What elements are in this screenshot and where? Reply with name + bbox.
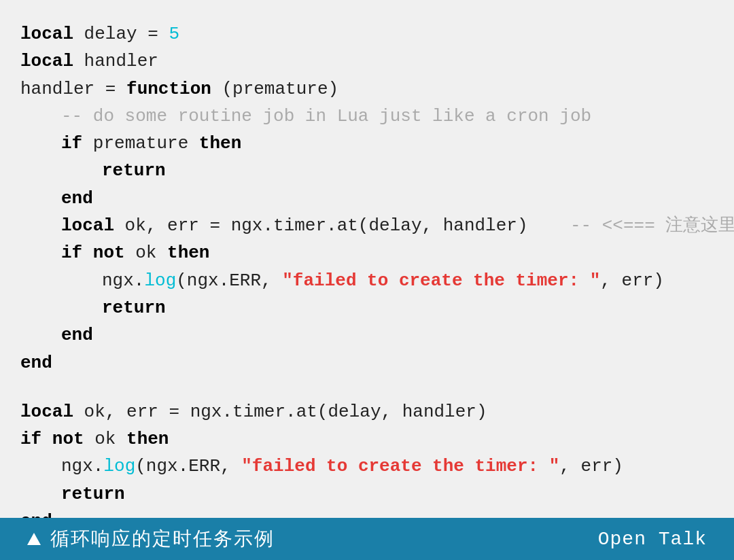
footer-bar: 循环响应的定时任务示例 Open Talk xyxy=(0,518,734,560)
code-line: handler = function (premature) xyxy=(20,75,714,103)
code-token: local xyxy=(61,215,114,236)
code-token: not xyxy=(52,429,84,449)
code-token: -- do some routine job in Lua just like … xyxy=(61,106,591,126)
code-token: ngx. xyxy=(61,456,103,476)
code-token: then xyxy=(167,243,209,263)
footer-brand: Open Talk xyxy=(598,529,707,550)
code-token: return xyxy=(102,298,166,318)
code-token: local xyxy=(20,24,73,44)
code-token: if xyxy=(20,429,41,449)
code-line: if premature then xyxy=(20,130,714,157)
code-token: -- <<=== 注意这里 xyxy=(570,215,734,236)
code-token: local xyxy=(20,402,73,422)
code-token: ok xyxy=(125,243,167,263)
code-token: end xyxy=(20,353,52,373)
code-token: end xyxy=(61,325,93,345)
code-area: local delay = 5local handlerhandler = fu… xyxy=(0,0,734,518)
code-line: local ok, err = ngx.timer.at(delay, hand… xyxy=(20,212,714,239)
footer-title-area: 循环响应的定时任务示例 xyxy=(27,526,275,552)
code-token: ok, err = ngx.timer.at(delay, handler) xyxy=(73,402,487,422)
code-token: 5 xyxy=(169,24,179,44)
code-token: not xyxy=(93,243,125,263)
footer-title: 循环响应的定时任务示例 xyxy=(50,526,275,552)
code-token: , err) xyxy=(559,456,623,476)
code-token: , err) xyxy=(600,270,664,291)
code-line: end xyxy=(20,185,714,212)
code-line: end xyxy=(20,321,714,349)
code-token: local xyxy=(20,51,73,71)
code-line: local delay = 5 xyxy=(20,20,714,48)
code-line: return xyxy=(20,157,714,184)
code-token: then xyxy=(199,133,241,154)
code-token xyxy=(41,429,52,449)
code-block: local delay = 5local handlerhandler = fu… xyxy=(20,20,714,518)
code-token: ok, err = ngx.timer.at(delay, handler) xyxy=(114,215,570,236)
code-token: function xyxy=(126,79,211,99)
code-token: (ngx.ERR, xyxy=(135,456,241,476)
code-line: ngx.log(ngx.ERR, "failed to create the t… xyxy=(20,267,714,294)
code-line: local handler xyxy=(20,48,714,75)
code-token: ok xyxy=(84,429,126,449)
code-token: return xyxy=(61,484,125,504)
code-line: if not ok then xyxy=(20,425,714,453)
code-token: "failed to create the timer: " xyxy=(241,456,559,476)
code-token: if xyxy=(61,133,82,154)
code-line: end xyxy=(20,508,714,518)
code-token: end xyxy=(20,511,52,518)
code-line: ngx.log(ngx.ERR, "failed to create the t… xyxy=(20,453,714,480)
code-token: (ngx.ERR, xyxy=(176,270,282,291)
code-line: end xyxy=(20,349,714,377)
code-spacer xyxy=(20,377,714,398)
code-token: (premature) xyxy=(211,79,338,99)
code-line: return xyxy=(20,480,714,508)
code-token: return xyxy=(102,160,166,181)
code-line: local ok, err = ngx.timer.at(delay, hand… xyxy=(20,398,714,425)
code-token: log xyxy=(103,456,135,476)
code-token: handler = xyxy=(20,79,126,99)
code-line: return xyxy=(20,294,714,321)
code-token: then xyxy=(126,429,169,449)
code-token: log xyxy=(144,270,176,291)
code-token: handler xyxy=(73,51,158,71)
code-token: end xyxy=(61,188,93,209)
triangle-icon xyxy=(27,533,41,545)
code-token: ngx. xyxy=(102,270,144,291)
code-token: "failed to create the timer: " xyxy=(282,270,600,291)
code-line: if not ok then xyxy=(20,239,714,266)
code-token: delay = xyxy=(73,24,169,44)
code-token: if xyxy=(61,243,82,263)
code-token xyxy=(82,243,93,263)
code-line: -- do some routine job in Lua just like … xyxy=(20,103,714,130)
code-token: premature xyxy=(82,133,199,154)
